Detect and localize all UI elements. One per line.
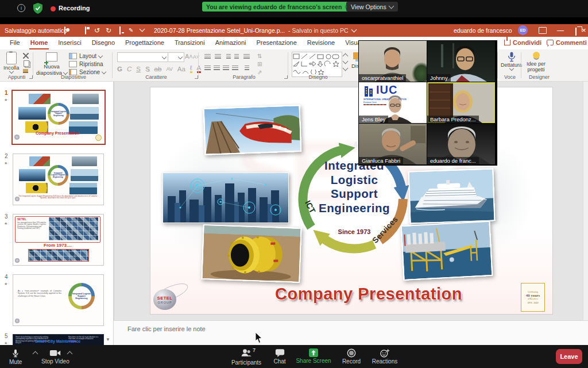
line-spacing-icon[interactable] [243, 54, 250, 59]
cruise-ship-photo[interactable] [408, 168, 495, 224]
leave-button[interactable]: Leave [556, 349, 582, 364]
comments-button[interactable]: Commenti [547, 39, 587, 46]
tab-transizioni[interactable]: Transizioni [169, 37, 210, 49]
justify-icon[interactable] [232, 66, 238, 71]
tab-progettazione[interactable]: Progettazione [120, 37, 169, 49]
video-tile-gianluca[interactable]: Gianluca Fabbri [359, 124, 427, 164]
dictate-button[interactable]: Dettatura [501, 52, 522, 70]
font-size-select[interactable] [168, 52, 184, 62]
train-photo[interactable] [203, 105, 302, 155]
font-name-select[interactable] [117, 52, 168, 62]
new-slide-button[interactable]: Nuova diapositiva [38, 52, 65, 76]
align-right-icon[interactable] [223, 66, 229, 71]
tab-revisione[interactable]: Revisione [302, 37, 340, 49]
tab-animazioni[interactable]: Animazioni [210, 37, 252, 49]
meeting-info-icon[interactable]: i [17, 4, 25, 12]
share-screen-button[interactable]: Share Screen [294, 348, 333, 364]
restore-button[interactable] [575, 28, 577, 36]
tab-inserisci[interactable]: Inserisci [53, 37, 86, 49]
numbering-icon[interactable] [215, 54, 221, 59]
shapes-gallery-more-icon[interactable] [343, 66, 349, 71]
tab-home[interactable]: Home [25, 37, 53, 49]
avatar[interactable]: ED [518, 25, 528, 35]
align-text-icon[interactable]: ⊞ [257, 61, 262, 67]
undo-icon[interactable]: ↺ [94, 26, 100, 34]
slide-3-thumbnail[interactable]: SETEL has managed more than 120 complex … [13, 214, 104, 266]
pen-tool-icon[interactable]: ✎ [129, 26, 133, 34]
paste-button[interactable]: Incolla [3, 52, 19, 73]
smart-city-photo[interactable] [163, 172, 289, 223]
text-shadow-button[interactable]: S [145, 66, 150, 72]
video-tile-jens[interactable]: IUC INTERNATIONAL URBAN COOPERATION Euro… [359, 82, 427, 123]
grow-font-icon[interactable]: A˄ [185, 53, 193, 60]
format-painter-icon[interactable] [23, 69, 28, 73]
redo-icon[interactable]: ↻ [106, 26, 111, 34]
subsea-buoy-photo[interactable] [201, 224, 301, 283]
text-direction-icon[interactable]: ⇅ [257, 53, 262, 59]
save-icon[interactable] [85, 26, 86, 34]
mute-options-chevron[interactable] [33, 351, 38, 357]
align-center-icon[interactable] [214, 66, 220, 71]
decrease-indent-icon[interactable] [226, 54, 231, 59]
reset-button[interactable]: Ripristina [69, 61, 103, 67]
slide-thumbnail-panel: 1 ★ Integrated Logistic Support Engineer… [0, 82, 114, 345]
reactions-button[interactable]: Reactions [370, 348, 400, 365]
oil-platform-photo[interactable] [401, 221, 493, 281]
share-button[interactable]: Condividi [504, 39, 541, 46]
design-ideas-button[interactable]: Idee per progetti [527, 52, 546, 72]
thumbs-scroll-down-icon[interactable]: ▼ [106, 337, 110, 342]
tab-disegno[interactable]: Disegno [87, 37, 120, 49]
toolbar-overflow-icon[interactable] [140, 26, 145, 32]
cut-icon[interactable] [23, 53, 29, 59]
thumb1-ship-image [70, 107, 99, 120]
underline-button[interactable]: S [136, 66, 141, 72]
autosave-toggle[interactable] [64, 26, 65, 34]
slide-5-animation-star-icon: ★ [4, 341, 7, 345]
slide-scrollbar[interactable] [583, 82, 588, 320]
slide-main-title[interactable]: Company Presentation [248, 285, 489, 304]
slide-2-thumbnail[interactable]: Integrated Logistic Support Engineering … [13, 154, 104, 205]
align-left-icon[interactable] [204, 66, 211, 71]
document-title[interactable]: 2020-07-28 Presentazione Setel_Uni-Orang… [154, 27, 356, 34]
highlight-button[interactable]: ℓ [190, 64, 192, 73]
save-status[interactable]: Salvato in questo PC [292, 27, 349, 34]
video-tile-oscar[interactable]: oscarpratvanthiel [359, 41, 427, 82]
stop-video-button[interactable]: Stop Video [41, 348, 69, 365]
slide-5-thumbnail[interactable]: Smart city technology is continuously ev… [13, 334, 104, 345]
bullets-icon[interactable] [204, 54, 211, 59]
tab-file[interactable]: File [5, 37, 25, 49]
shapes-scroll-down-icon[interactable] [343, 59, 349, 64]
bold-button[interactable]: G [117, 66, 122, 72]
shapes-gallery[interactable] [292, 52, 342, 77]
thumb4-ils-text: Integrated Logistic Support Engineering [72, 286, 91, 306]
minimize-button[interactable]: — [557, 26, 564, 34]
close-button[interactable]: × [582, 26, 586, 34]
mute-button[interactable]: Mute [9, 348, 22, 365]
copy-icon[interactable] [24, 60, 29, 67]
slide-4-thumbnail[interactable]: As a «non-sensitive» example of Complex … [13, 274, 104, 326]
video-tile-eduardo[interactable]: eduardo de franc... [427, 124, 495, 164]
slide-3-number: 3 [5, 213, 8, 220]
record-button[interactable]: Record [340, 348, 363, 365]
ribbon-display-options-icon[interactable] [539, 27, 547, 34]
chat-button[interactable]: Chat [271, 348, 288, 365]
layout-label: Layout [79, 53, 96, 59]
video-tile-johnny[interactable]: Johnny [427, 41, 495, 82]
change-case-button[interactable]: Aa [177, 66, 185, 72]
columns-icon[interactable] [245, 66, 249, 71]
slide-1-thumbnail[interactable]: Integrated Logistic Support Engineering … [11, 90, 106, 145]
participants-button[interactable]: 7 Participants [230, 348, 263, 366]
layout-button[interactable]: Layout [69, 53, 102, 59]
char-spacing-button[interactable]: AV [166, 66, 172, 72]
tab-presentazione[interactable]: Presentazione [251, 37, 301, 49]
oil-platform-image [402, 222, 492, 279]
italic-button[interactable]: C [127, 66, 131, 72]
view-options-button[interactable]: View Options [346, 2, 398, 12]
increase-indent-icon[interactable] [234, 54, 239, 59]
security-shield-icon[interactable] [33, 3, 42, 16]
strikethrough-button[interactable]: ab [154, 66, 162, 72]
ils-title[interactable]: Integrated Logistic Support Engineering [304, 159, 404, 215]
start-presentation-icon[interactable] [119, 26, 121, 34]
video-tile-barbara[interactable]: Barbara Predonz... [427, 82, 495, 123]
notes-pane[interactable]: Fare clic per inserire le note [114, 320, 588, 345]
